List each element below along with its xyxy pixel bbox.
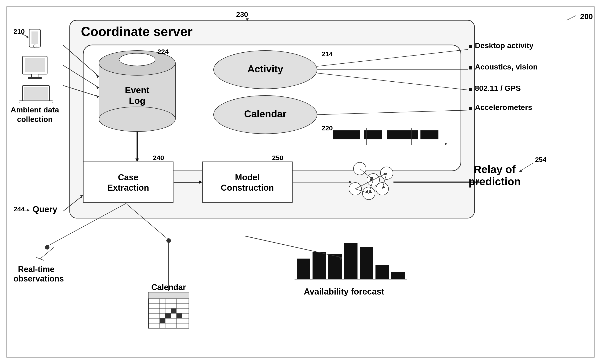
case-extraction-label2: Extraction [107, 183, 149, 192]
svg-rect-69 [28, 77, 42, 79]
bullet-802: 802.11 / GPS [475, 84, 521, 92]
svg-rect-109 [297, 259, 310, 279]
ambient-label1: Ambient data [10, 105, 59, 114]
ref-244: 244 [13, 205, 25, 213]
ref-214: 214 [321, 50, 333, 58]
ambient-label2: collection [17, 115, 53, 123]
ref-250: 250 [272, 154, 283, 162]
svg-point-87 [45, 245, 50, 250]
availability-label: Availability forecast [304, 287, 384, 296]
bullet-acoustics: Acoustics, vision [475, 62, 538, 71]
svg-rect-103 [177, 313, 182, 318]
realtime-label1: Real-time [18, 265, 54, 274]
svg-rect-19 [373, 141, 387, 143]
svg-rect-14 [333, 131, 360, 139]
svg-rect-105 [165, 313, 171, 318]
activity-label: Activity [248, 63, 283, 74]
svg-point-7 [99, 107, 175, 131]
model-construction-label2: Construction [221, 183, 274, 192]
svg-rect-68 [31, 74, 38, 78]
coord-server-title: Coordinate server [81, 24, 192, 39]
event-log-label-line1: Event [125, 85, 150, 95]
svg-rect-17 [421, 131, 439, 139]
svg-rect-26 [202, 162, 292, 202]
svg-point-106 [166, 238, 171, 243]
svg-rect-64 [31, 31, 38, 44]
ref-210: 210 [13, 28, 25, 35]
svg-rect-114 [375, 265, 389, 279]
svg-rect-81 [469, 88, 472, 91]
query-label: Query [33, 205, 57, 214]
svg-rect-102 [171, 308, 176, 313]
svg-rect-16 [387, 131, 418, 139]
case-extraction-label1: Case [118, 173, 139, 182]
svg-rect-115 [391, 272, 405, 279]
svg-rect-80 [469, 66, 472, 70]
svg-rect-90 [148, 292, 189, 299]
svg-rect-104 [160, 318, 165, 323]
svg-rect-18 [346, 141, 369, 143]
svg-rect-72 [19, 101, 53, 103]
ref-254: 254 [535, 156, 546, 163]
event-log-label-line2: Log [129, 96, 145, 106]
svg-point-65 [33, 45, 36, 47]
svg-point-9 [119, 53, 155, 66]
ref-220: 220 [321, 124, 333, 132]
ref-230: 230 [236, 10, 248, 19]
svg-rect-67 [25, 58, 45, 72]
ref-224: 224 [157, 48, 169, 55]
realtime-label2: observations [13, 274, 64, 283]
svg-rect-113 [360, 247, 373, 279]
svg-rect-71 [24, 87, 48, 100]
bullet-desktop: Desktop activity [475, 41, 533, 50]
svg-rect-110 [312, 252, 326, 279]
bullet-accel: Accelerometers [475, 103, 532, 111]
svg-rect-112 [344, 243, 358, 279]
relay-label2: prediction [469, 176, 521, 188]
model-construction-label1: Model [235, 173, 260, 182]
svg-rect-25 [83, 162, 173, 202]
svg-rect-15 [364, 131, 382, 139]
ref-240: 240 [153, 154, 164, 162]
ref-200-text: 200 [580, 12, 593, 21]
svg-rect-79 [469, 45, 472, 48]
svg-rect-82 [469, 107, 472, 110]
calendar-label: Calendar [244, 108, 286, 119]
relay-label1: Relay of [474, 163, 516, 175]
